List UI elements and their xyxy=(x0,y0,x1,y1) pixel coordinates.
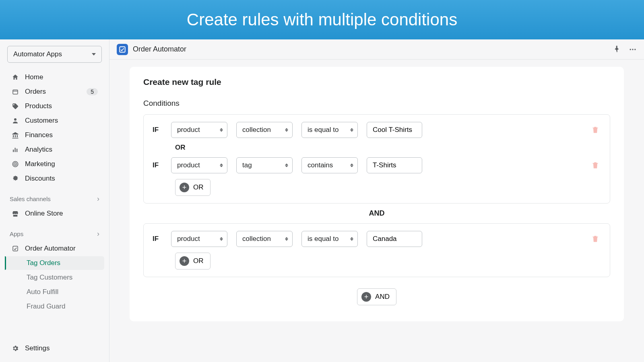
delete-row-button[interactable] xyxy=(590,233,601,245)
app-switcher-label: Automator Apps xyxy=(13,50,62,58)
delete-row-button[interactable] xyxy=(590,160,601,171)
value-input[interactable] xyxy=(367,231,422,247)
svg-point-11 xyxy=(632,49,633,50)
svg-point-10 xyxy=(630,49,631,50)
apps-header[interactable]: Apps › xyxy=(3,226,106,241)
nav-customers[interactable]: Customers xyxy=(5,114,104,128)
sales-channels-header[interactable]: Sales channels › xyxy=(3,191,106,206)
nav-label: Home xyxy=(25,73,43,81)
nav-label: Finances xyxy=(25,131,53,139)
home-icon xyxy=(11,73,19,81)
nav-label: Analytics xyxy=(25,146,52,154)
plus-icon: + xyxy=(180,256,189,266)
nav-label: Order Automator xyxy=(25,245,76,253)
updown-icon xyxy=(350,164,353,167)
plus-icon: + xyxy=(180,183,189,192)
nav-label: Marketing xyxy=(25,160,55,168)
nav-label: Discounts xyxy=(25,175,55,183)
nav-home[interactable]: Home xyxy=(5,70,104,84)
svg-rect-2 xyxy=(13,150,14,152)
select-field-operator[interactable]: is equal to xyxy=(301,122,358,138)
condition-row: IF product collection is equal to xyxy=(153,231,601,247)
select-field-operator[interactable]: is equal to xyxy=(301,231,358,247)
nav-discounts[interactable]: Discounts xyxy=(5,172,104,185)
svg-point-12 xyxy=(634,49,636,50)
nav-label: Settings xyxy=(25,344,50,352)
updown-icon xyxy=(350,237,353,241)
app-icon xyxy=(11,245,19,253)
value-input[interactable] xyxy=(367,157,422,173)
store-icon xyxy=(11,210,19,218)
value-input[interactable] xyxy=(367,122,422,138)
conditions-title: Conditions xyxy=(143,99,610,108)
if-label: IF xyxy=(153,126,162,134)
select-field-subject[interactable]: product xyxy=(171,157,227,173)
chevron-right-icon: › xyxy=(97,230,99,238)
if-label: IF xyxy=(153,235,162,243)
delete-row-button[interactable] xyxy=(590,124,601,136)
select-field-attribute[interactable]: collection xyxy=(236,122,293,138)
subnav-tag-orders[interactable]: Tag Orders xyxy=(5,256,104,270)
condition-group: IF product collection is equal to OR IF … xyxy=(143,114,610,204)
pin-icon[interactable] xyxy=(613,45,621,53)
add-or-button[interactable]: + OR xyxy=(175,179,211,196)
svg-rect-4 xyxy=(17,149,17,152)
tag-icon xyxy=(11,102,19,110)
updown-icon xyxy=(285,128,288,132)
nav-online-store[interactable]: Online Store xyxy=(5,207,104,220)
add-and-button[interactable]: + AND xyxy=(357,288,396,305)
app-switcher-dropdown[interactable]: Automator Apps xyxy=(7,46,102,63)
orders-icon xyxy=(11,88,19,96)
promo-banner: Create rules with multiple conditions xyxy=(0,0,644,39)
select-field-operator[interactable]: contains xyxy=(301,157,358,173)
subnav-auto-fulfill[interactable]: Auto Fulfill xyxy=(5,285,104,299)
condition-row: IF product collection is equal to xyxy=(153,122,601,138)
condition-row: IF product tag contains xyxy=(153,157,601,173)
svg-rect-3 xyxy=(15,148,16,152)
if-label: IF xyxy=(153,161,162,169)
subnav-fraud-guard[interactable]: Fraud Guard xyxy=(5,300,104,313)
updown-icon xyxy=(220,237,223,241)
or-separator: OR xyxy=(153,138,601,157)
select-field-attribute[interactable]: tag xyxy=(236,157,293,173)
updown-icon xyxy=(220,164,223,167)
nav-label: Products xyxy=(25,102,52,110)
select-field-subject[interactable]: product xyxy=(171,231,227,247)
svg-rect-0 xyxy=(13,90,18,95)
nav-order-automator[interactable]: Order Automator xyxy=(5,242,104,255)
svg-point-1 xyxy=(14,118,17,121)
select-field-subject[interactable]: product xyxy=(171,122,227,138)
app-title: Order Automator xyxy=(133,45,186,53)
nav-analytics[interactable]: Analytics xyxy=(5,143,104,156)
select-field-attribute[interactable]: collection xyxy=(236,231,293,247)
more-icon[interactable] xyxy=(629,45,637,53)
caret-down-icon xyxy=(92,53,96,56)
updown-icon xyxy=(350,128,353,132)
bank-icon xyxy=(11,131,19,139)
chevron-right-icon: › xyxy=(97,195,99,203)
add-or-button[interactable]: + OR xyxy=(175,253,211,269)
section-label: Sales channels xyxy=(10,195,51,202)
svg-rect-8 xyxy=(13,246,18,251)
nav-marketing[interactable]: Marketing xyxy=(5,157,104,171)
condition-group: IF product collection is equal to + OR xyxy=(143,223,610,277)
card-title: Create new tag rule xyxy=(143,77,610,87)
rule-card: Create new tag rule Conditions IF produc… xyxy=(130,67,624,321)
nav-settings[interactable]: Settings xyxy=(5,341,104,355)
banner-title: Create rules with multiple conditions xyxy=(187,10,457,29)
nav-label: Customers xyxy=(25,117,58,125)
nav-orders[interactable]: Orders 5 xyxy=(5,85,104,99)
nav-products[interactable]: Products xyxy=(5,99,104,113)
and-separator: AND xyxy=(143,209,610,218)
nav-label: Online Store xyxy=(25,210,63,218)
discount-icon xyxy=(11,175,19,183)
updown-icon xyxy=(220,128,223,132)
subnav-tag-customers[interactable]: Tag Customers xyxy=(5,271,104,284)
person-icon xyxy=(11,117,19,125)
target-icon xyxy=(11,160,19,168)
analytics-icon xyxy=(11,146,19,154)
nav-finances[interactable]: Finances xyxy=(5,128,104,142)
nav-label: Orders xyxy=(25,88,46,96)
svg-point-7 xyxy=(15,164,16,165)
plus-icon: + xyxy=(361,292,371,302)
